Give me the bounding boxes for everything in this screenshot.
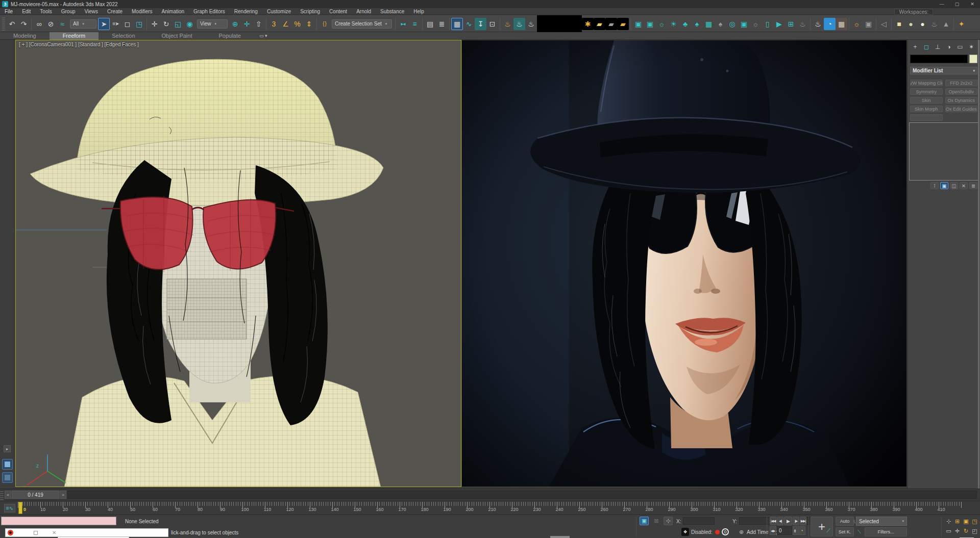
isolate-selection-toggle[interactable]: ▣: [640, 517, 649, 525]
menu-graph-editors[interactable]: Graph Editors: [189, 8, 230, 15]
current-frame-field[interactable]: 0: [777, 526, 792, 535]
menu-animation[interactable]: Animation: [157, 8, 189, 15]
configure-modifier-sets-icon[interactable]: ≣: [969, 182, 977, 189]
material-cone-icon[interactable]: ▲: [940, 18, 952, 30]
tree-icon[interactable]: ♠: [691, 18, 703, 30]
time-slider-handle[interactable]: [0, 490, 4, 500]
render-viewport[interactable]: [461, 40, 907, 487]
menu-scripting[interactable]: Scripting: [296, 8, 325, 15]
select-and-place-icon[interactable]: ◉: [184, 18, 195, 30]
window-crossing-icon[interactable]: ◳: [133, 18, 145, 30]
camera-lister-icon[interactable]: ▣: [863, 18, 874, 30]
light-lister-icon[interactable]: ☼: [851, 18, 863, 30]
minimize-button[interactable]: —: [934, 1, 949, 8]
wireframe-viewport[interactable]: [ + ] [CoronaCamera001 ] [Standard ] [Ed…: [15, 40, 461, 487]
close-button[interactable]: ✕: [965, 1, 980, 8]
remove-modifier-icon[interactable]: ✕: [960, 182, 968, 189]
object-color-swatch[interactable]: [969, 55, 977, 63]
toolbar-drag-handle[interactable]: [2, 17, 5, 31]
overlay-close-icon[interactable]: ✕: [52, 530, 56, 535]
modifier-list-dropdown[interactable]: Modifier List ▾: [910, 67, 977, 74]
framebuffer-icon[interactable]: ▦: [836, 18, 847, 30]
reference-coordinate-system-dropdown[interactable]: View▾: [197, 19, 228, 29]
bind-to-space-warp-icon[interactable]: ≈: [57, 18, 68, 30]
teapot-outline-icon[interactable]: ♨: [797, 18, 808, 30]
modifier-button-blank[interactable]: [910, 114, 943, 121]
time-slider-frame-display[interactable]: 0 / 419: [12, 491, 59, 499]
motion-tab[interactable]: ◑: [944, 43, 953, 51]
play-icon[interactable]: ▶: [784, 517, 792, 525]
modify-tab[interactable]: ◻: [922, 43, 931, 51]
time-configuration-icon[interactable]: ◔: [798, 526, 805, 535]
mirror-icon[interactable]: ▸◂: [397, 18, 409, 30]
set-key-mode-button[interactable]: Set K.: [836, 527, 854, 536]
select-and-manipulate-icon[interactable]: ✛: [241, 18, 253, 30]
field-of-view-icon[interactable]: ▭: [944, 526, 953, 536]
foliage-icon[interactable]: ♣: [679, 18, 691, 30]
curve-editor-icon[interactable]: ∿: [463, 18, 475, 30]
selection-filter-dropdown[interactable]: All▾: [70, 19, 96, 29]
render-setup-icon[interactable]: ♨: [502, 18, 513, 30]
menu-tools[interactable]: Tools: [35, 8, 56, 15]
menu-modifiers[interactable]: Modifiers: [127, 8, 157, 15]
overlay-minimize-icon[interactable]: [34, 531, 38, 535]
x-coordinate-field[interactable]: [683, 517, 715, 525]
use-pivot-point-center-icon[interactable]: ⊕: [229, 18, 241, 30]
keyboard-shortcut-override-icon[interactable]: ⇧: [253, 18, 264, 30]
wireframe-viewport-canvas[interactable]: x z: [16, 40, 461, 487]
modifier-stack-list[interactable]: [909, 122, 978, 181]
selection-lock-icon[interactable]: ⊠: [652, 517, 661, 525]
menu-customize[interactable]: Customize: [262, 8, 296, 15]
set-keys-button[interactable]: + ⟋: [811, 517, 833, 536]
project-folder-icon[interactable]: ▰: [594, 18, 605, 30]
recorder-overlay-window[interactable]: ✕: [5, 528, 168, 537]
scene-explorer-icon[interactable]: ▤: [424, 18, 436, 30]
align-icon[interactable]: ≡: [409, 18, 421, 30]
menu-views[interactable]: Views: [80, 8, 103, 15]
render-production-icon[interactable]: ♨: [525, 18, 537, 30]
select-object-icon[interactable]: ➤: [98, 18, 110, 30]
create-tab[interactable]: +: [911, 43, 920, 51]
hierarchy-tab[interactable]: ⊥: [933, 43, 942, 51]
named-selection-set-dropdown[interactable]: Create Selection Set▾: [332, 19, 392, 29]
edit-named-selection-sets-icon[interactable]: { }: [318, 18, 330, 30]
layer-explorer-icon[interactable]: ≣: [436, 18, 448, 30]
teapot-white-icon[interactable]: ♨: [812, 18, 824, 30]
ribbon-tab-modeling[interactable]: Modeling: [0, 32, 50, 40]
material-blob-icon[interactable]: ●: [905, 18, 917, 30]
select-and-link-icon[interactable]: ∞: [33, 18, 45, 30]
bitmap-panel-icon[interactable]: ▦: [703, 18, 715, 30]
panel-icon[interactable]: ▯: [762, 18, 773, 30]
menu-create[interactable]: Create: [103, 8, 127, 15]
next-frame-icon[interactable]: |▶: [793, 517, 799, 525]
layer-image-icon[interactable]: ▣: [738, 18, 750, 30]
track-bar[interactable]: ≡∿ 1020304050607080901001101201301401501…: [0, 501, 980, 515]
workspaces-selector[interactable]: Workspaces:: [894, 9, 933, 15]
material-sample-yellow-icon[interactable]: ■: [893, 18, 905, 30]
angle-snap-icon[interactable]: ∠: [280, 18, 291, 30]
camera-icon[interactable]: ▣: [632, 18, 644, 30]
modifier-button-symmetry[interactable]: Symmetry: [910, 88, 943, 95]
menu-arnold[interactable]: Arnold: [352, 8, 376, 15]
zoom-all-icon[interactable]: ⊞: [953, 517, 962, 526]
select-and-move-icon[interactable]: ✛: [149, 18, 160, 30]
ribbon-tab-object-paint[interactable]: Object Paint: [149, 32, 206, 40]
select-and-scale-icon[interactable]: ◱: [172, 18, 184, 30]
material-wire-teapot-icon[interactable]: ♨: [928, 18, 940, 30]
pin-icon[interactable]: ✦: [955, 18, 967, 30]
next-frame-arrow[interactable]: >: [60, 491, 66, 499]
key-mode-toggle[interactable]: ◀▶: [770, 526, 776, 535]
maximize-viewport-icon[interactable]: ◰: [970, 526, 979, 536]
time-slider-track[interactable]: [67, 491, 977, 499]
show-end-result-icon[interactable]: ▣: [940, 182, 948, 189]
frame-spinner[interactable]: ▲ ▼: [793, 526, 797, 535]
add-panel-icon[interactable]: ⊞: [785, 18, 797, 30]
expand-panel-arrow[interactable]: ▸: [4, 445, 11, 452]
camera-speaker-icon[interactable]: ◁: [878, 18, 890, 30]
menu-edit[interactable]: Edit: [17, 8, 35, 15]
y-coordinate-field[interactable]: [739, 517, 771, 525]
pipeline-gear-icon[interactable]: ✱: [582, 18, 594, 30]
menu-file[interactable]: File: [0, 8, 17, 15]
record-icon[interactable]: [8, 530, 13, 535]
spinner-down-icon[interactable]: ▼: [794, 531, 797, 533]
